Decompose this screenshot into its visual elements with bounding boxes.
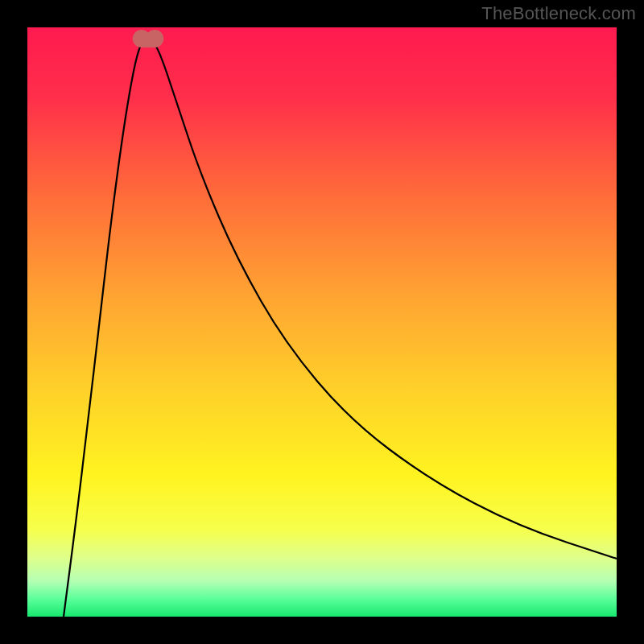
plot-frame [27,27,617,617]
left-branch-curve [64,39,145,617]
dip-marker [133,30,164,47]
watermark-text: TheBottleneck.com [481,3,636,24]
right-branch-curve [151,39,617,559]
curve-layer [27,27,617,617]
svg-rect-3 [142,36,155,47]
